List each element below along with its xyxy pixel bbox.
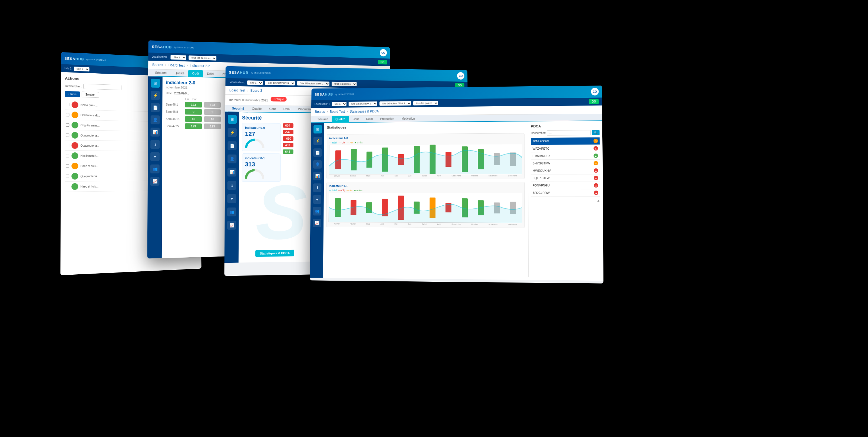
action-checkbox[interactable] (66, 123, 69, 127)
pdca-list-item[interactable]: JKNLESSW ⚠ (531, 138, 600, 145)
sidebar-board-icon[interactable]: ⊞ (151, 79, 160, 88)
sidebar3-doc[interactable]: 📄 (227, 141, 237, 150)
bar (430, 198, 435, 218)
action-checkbox[interactable] (66, 134, 69, 137)
sidebar4-person[interactable]: 👤 (313, 160, 321, 169)
sidebar4-doc[interactable]: 📄 (313, 148, 321, 157)
action-checkbox[interactable] (66, 154, 69, 157)
sidebar3-heart[interactable]: ♥ (227, 194, 236, 203)
sidebar3-metrics[interactable]: 📈 (227, 221, 236, 230)
tab-delai[interactable]: Délai (203, 70, 218, 78)
tab-securite[interactable]: Sécurité (151, 69, 171, 77)
pdca-list-item[interactable]: FQNVFNGU ▲ (531, 182, 600, 189)
date-label: Date (166, 92, 172, 95)
loc4-site[interactable]: Site 1 (332, 102, 346, 106)
pdca-search-input[interactable] (547, 130, 591, 136)
pdca-list-item[interactable]: EMMMRDFX ▲ (531, 152, 600, 159)
loc4-ilot[interactable]: Site 1/Secteur 3/Ilot 2 (379, 101, 411, 106)
action-checkbox[interactable] (66, 113, 69, 116)
sidebar4-action[interactable]: ⚡ (313, 137, 322, 145)
bar (335, 150, 341, 169)
tab4-production[interactable]: Production (376, 116, 398, 123)
tab4-delai[interactable]: Délai (363, 116, 376, 123)
tab3-delai[interactable]: Délai (280, 106, 294, 113)
sidebar4-users[interactable]: 👥 (313, 207, 321, 216)
loc4-poste[interactable]: tous les postes (413, 101, 438, 105)
brand-tag-2: by SESA SYSTEMS (174, 46, 194, 49)
sidebar4-heart[interactable]: ♥ (313, 195, 321, 204)
action-avatar (71, 142, 78, 149)
pdca-list-item[interactable]: WFZVRETC ▲ (531, 145, 600, 152)
stats-panel: Statistiques indicateur 1-0 — Réel — Obj… (326, 124, 525, 277)
action-checkbox[interactable] (66, 164, 69, 168)
loc-label-2: Localisation : (152, 55, 168, 59)
gauge-0-0 (245, 139, 265, 148)
go-btn-2[interactable]: GO (378, 60, 387, 64)
loc3-site[interactable]: Site 1 (247, 80, 262, 85)
pdca-name: JKNLESSW (533, 139, 594, 143)
loc-select-site[interactable]: Site 1 (171, 55, 186, 60)
sidebar-heart-icon[interactable]: ♥ (150, 152, 160, 161)
loc3-secteur[interactable]: Site 1/SECTEUR 3 (265, 81, 295, 86)
win4-content: ⊞ ⚡ 📄 👤 📊 ℹ ♥ 👥 📈 Statistiques indicateu… (310, 121, 603, 281)
sidebar3-person[interactable]: 👤 (227, 154, 237, 164)
sidebar-person-icon[interactable]: 👤 (151, 115, 160, 124)
sidebar4-info[interactable]: ℹ (313, 183, 321, 192)
week-cell-21: 9 (185, 109, 202, 115)
pdca-name: FQNVFNGU (533, 184, 594, 187)
tab-qualite[interactable]: Qualité (171, 69, 189, 77)
chart-legend-2: — Réel — Obj — Arr ■ arrêts (329, 189, 522, 192)
scene: SESAHUB by SESA SYSTEMS CO Site 1 Site 1… (0, 0, 868, 437)
go-btn-4[interactable]: GO (589, 99, 599, 104)
tab4-qualite[interactable]: Qualité (332, 116, 349, 123)
pdca-list-item[interactable]: FQTPEUFW ▲ (531, 174, 600, 181)
pdca-list-item[interactable]: MWEQUXHV ▲ (531, 167, 600, 175)
tab-cout[interactable]: Coût (188, 70, 203, 78)
action-checkbox[interactable] (66, 103, 69, 106)
chart-legend-1: — Réel — Obj — Arr ■ arrêts (329, 140, 522, 144)
tab-solution[interactable]: Solution (82, 91, 99, 98)
tab4-motivation[interactable]: Motivation (398, 115, 419, 122)
pdca-status-icon: ▲ (594, 168, 598, 173)
loc3-ilot[interactable]: Site 1/Secteur 3/Ilot 2 (297, 81, 330, 86)
pdca-list-item[interactable]: BHYGGTFW ⚠ (531, 159, 600, 167)
tab3-cout[interactable]: Coût (265, 106, 279, 113)
action-avatar (71, 152, 78, 159)
action-checkbox[interactable] (66, 144, 69, 147)
action-checkbox[interactable] (66, 185, 69, 188)
search-input[interactable] (83, 84, 121, 90)
loc4-secteur[interactable]: Site 1/SECTEUR 3 (349, 101, 377, 106)
loc-select-secteur[interactable]: tous les secteurs (189, 56, 217, 61)
sidebar3-action[interactable]: ⚡ (228, 128, 237, 137)
sidebar3-stats[interactable]: 📊 (227, 168, 237, 177)
sidebar-doc-icon[interactable]: 📄 (151, 103, 160, 112)
sidebar-stats-icon[interactable]: 📊 (150, 128, 160, 137)
pdca-status-icon: ▲ (593, 146, 598, 150)
sidebar4-stats[interactable]: 📊 (313, 172, 321, 180)
brand-tag: by SESA SYSTEMS (86, 58, 106, 61)
sidebar-action-icon[interactable]: ⚡ (151, 91, 160, 100)
sidebar4-metrics[interactable]: 📈 (313, 218, 321, 227)
action-checkbox[interactable] (66, 175, 69, 178)
pdca-list-item[interactable]: BRJGLRRW ▲ (531, 189, 600, 197)
sidebar3-board[interactable]: ⊞ (228, 115, 237, 124)
sidebar4-board[interactable]: ⊞ (313, 125, 322, 134)
chart-block-1: indicateur 1-0 — Réel — Obj — Arr ■ arrê… (327, 133, 525, 179)
tab4-cout[interactable]: Coût (349, 116, 363, 123)
sidebar3-info[interactable]: ℹ (227, 181, 237, 190)
pdca-search-button[interactable]: 🔍 (592, 130, 600, 135)
stats-pdca-button[interactable]: Statistiques & PDCA (255, 250, 294, 257)
tab-status[interactable]: Status (65, 91, 80, 97)
sidebar-metrics-icon[interactable]: 📈 (150, 177, 159, 185)
sidebar-info-icon[interactable]: ℹ (150, 140, 160, 149)
avatar-3: CO (457, 72, 464, 80)
sidebar-users-icon[interactable]: 👥 (150, 165, 160, 173)
tab3-qualite[interactable]: Qualité (248, 105, 266, 113)
bar-chart-1 (329, 144, 522, 174)
tab4-securite[interactable]: Sécurité (314, 116, 332, 123)
tab3-securite[interactable]: Sécurité (228, 105, 248, 112)
loc-select-1[interactable]: Site 1 (74, 66, 89, 71)
loc3-poste[interactable]: tous les postes (332, 82, 357, 86)
sidebar3-users[interactable]: 👥 (227, 207, 236, 216)
avatar-4: CO (591, 88, 599, 95)
